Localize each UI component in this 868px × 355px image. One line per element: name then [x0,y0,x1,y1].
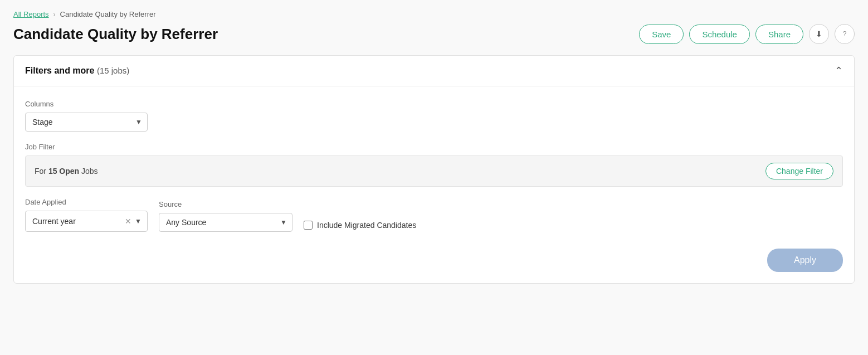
help-button[interactable]: ? [835,24,855,44]
header-row: Candidate Quality by Referrer Save Sched… [13,24,855,44]
date-applied-label: Date Applied [25,198,148,206]
columns-section: Columns Stage Source Department ▼ [25,100,843,132]
include-migrated-label: Include Migrated Candidates [317,221,416,230]
download-button[interactable]: ⬇ [809,24,829,44]
filter-header[interactable]: Filters and more (15 jobs) ⌃ [14,56,854,86]
job-filter-label: Job Filter [25,143,843,151]
save-button[interactable]: Save [639,25,684,44]
filter-body: Columns Stage Source Department ▼ Job Fi… [14,86,854,283]
filter-jobs-count: (15 jobs) [97,66,129,75]
include-migrated-checkbox[interactable] [304,221,313,230]
change-filter-button[interactable]: Change Filter [765,163,833,179]
source-label: Source [159,200,292,208]
filters-row: Date Applied Current year ✕ ▼ Source Any… [25,198,843,232]
columns-select-wrapper: Stage Source Department ▼ [25,113,148,132]
schedule-button[interactable]: Schedule [689,25,750,44]
source-item: Source Any Source LinkedIn Indeed Referr… [159,200,292,232]
include-migrated-checkbox-wrapper[interactable]: Include Migrated Candidates [304,221,416,232]
job-filter-row: For 15 Open Jobs Change Filter [25,155,843,187]
breadcrumb-parent-link[interactable]: All Reports [13,10,49,18]
collapse-chevron-icon[interactable]: ⌃ [835,65,843,77]
columns-label: Columns [25,100,843,108]
download-icon: ⬇ [816,30,822,38]
share-button[interactable]: Share [755,25,803,44]
header-actions: Save Schedule Share ⬇ ? [639,24,855,44]
filter-header-title: Filters and more (15 jobs) [25,66,129,76]
date-applied-dropdown-button[interactable]: ▼ [134,217,143,225]
date-applied-clear-button[interactable]: ✕ [123,217,134,225]
job-filter-text: For 15 Open Jobs [35,167,98,176]
include-migrated-item: Include Migrated Candidates [304,221,416,232]
date-applied-select-wrapper[interactable]: Current year ✕ ▼ [25,211,148,232]
breadcrumb-separator: › [53,11,56,18]
apply-button[interactable]: Apply [767,249,843,272]
page-title: Candidate Quality by Referrer [13,26,218,43]
date-applied-value: Current year [32,217,123,226]
job-filter-count: 15 Open [48,167,79,176]
source-select[interactable]: Any Source LinkedIn Indeed Referral Comp… [159,213,292,232]
apply-row: Apply [25,249,843,272]
job-filter-section: Job Filter For 15 Open Jobs Change Filte… [25,143,843,187]
columns-select[interactable]: Stage Source Department [25,113,148,132]
help-icon: ? [843,30,847,38]
filter-card: Filters and more (15 jobs) ⌃ Columns Sta… [13,55,855,284]
filter-title: Filters and more [25,66,94,75]
date-applied-item: Date Applied Current year ✕ ▼ [25,198,148,232]
breadcrumb-current: Candidate Quality by Referrer [60,10,156,18]
breadcrumb: All Reports › Candidate Quality by Refer… [13,10,855,18]
job-filter-suffix: Jobs [79,167,97,176]
source-select-wrapper: Any Source LinkedIn Indeed Referral Comp… [159,213,292,232]
